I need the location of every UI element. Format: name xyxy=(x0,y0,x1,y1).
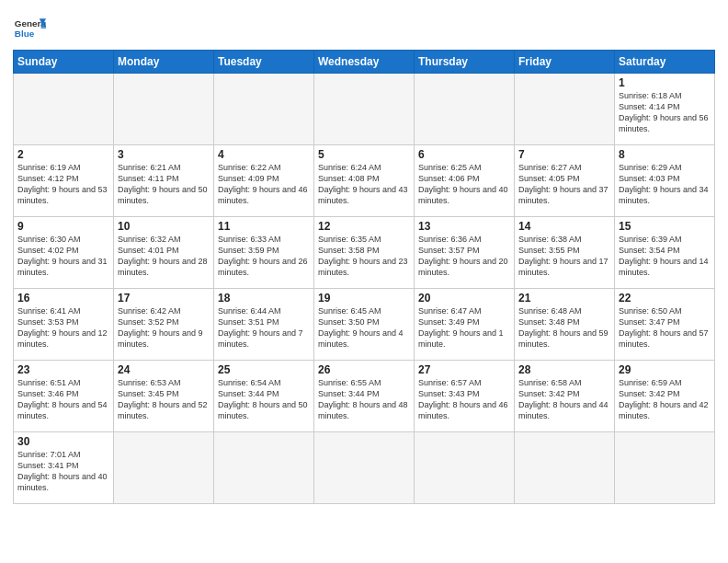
logo: General Blue xyxy=(13,15,46,44)
day-number: 2 xyxy=(17,148,109,161)
calendar-cell: 6Sunrise: 6:25 AM Sunset: 4:06 PM Daylig… xyxy=(415,145,515,217)
day-number: 30 xyxy=(17,435,109,448)
day-number: 8 xyxy=(619,148,711,161)
calendar-cell xyxy=(314,74,415,145)
calendar-cell xyxy=(415,74,515,145)
calendar-cell xyxy=(114,74,214,145)
weekday-header-saturday: Saturday xyxy=(615,51,715,74)
day-number: 16 xyxy=(17,292,109,304)
day-number: 21 xyxy=(518,292,610,304)
calendar-cell xyxy=(14,74,114,145)
weekday-header-row: SundayMondayTuesdayWednesdayThursdayFrid… xyxy=(14,51,715,74)
calendar-cell: 16Sunrise: 6:41 AM Sunset: 3:53 PM Dayli… xyxy=(14,289,114,361)
day-number: 18 xyxy=(218,292,310,304)
day-number: 23 xyxy=(17,363,109,376)
week-row-5: 23Sunrise: 6:51 AM Sunset: 3:46 PM Dayli… xyxy=(14,361,715,432)
day-number: 1 xyxy=(619,76,711,89)
day-number: 3 xyxy=(118,148,210,161)
calendar-cell: 18Sunrise: 6:44 AM Sunset: 3:51 PM Dayli… xyxy=(214,289,314,361)
weekday-header-friday: Friday xyxy=(515,51,615,74)
calendar-cell: 13Sunrise: 6:36 AM Sunset: 3:57 PM Dayli… xyxy=(415,217,515,289)
calendar-cell: 24Sunrise: 6:53 AM Sunset: 3:45 PM Dayli… xyxy=(114,361,214,432)
calendar-cell: 20Sunrise: 6:47 AM Sunset: 3:49 PM Dayli… xyxy=(415,289,515,361)
calendar-cell: 27Sunrise: 6:57 AM Sunset: 3:43 PM Dayli… xyxy=(415,361,515,432)
day-info: Sunrise: 6:48 AM Sunset: 3:48 PM Dayligh… xyxy=(518,305,610,350)
calendar-cell xyxy=(415,432,515,504)
day-info: Sunrise: 6:19 AM Sunset: 4:12 PM Dayligh… xyxy=(17,162,109,207)
weekday-header-monday: Monday xyxy=(114,51,214,74)
calendar: SundayMondayTuesdayWednesdayThursdayFrid… xyxy=(13,50,715,504)
day-info: Sunrise: 6:22 AM Sunset: 4:09 PM Dayligh… xyxy=(218,162,310,207)
calendar-cell xyxy=(615,432,715,504)
day-number: 17 xyxy=(118,292,210,304)
svg-text:Blue: Blue xyxy=(15,29,35,39)
calendar-cell xyxy=(114,432,214,504)
day-info: Sunrise: 6:35 AM Sunset: 3:58 PM Dayligh… xyxy=(318,234,410,279)
calendar-cell: 26Sunrise: 6:55 AM Sunset: 3:44 PM Dayli… xyxy=(314,361,415,432)
day-info: Sunrise: 6:24 AM Sunset: 4:08 PM Dayligh… xyxy=(318,162,410,207)
calendar-cell: 9Sunrise: 6:30 AM Sunset: 4:02 PM Daylig… xyxy=(14,217,114,289)
calendar-cell: 5Sunrise: 6:24 AM Sunset: 4:08 PM Daylig… xyxy=(314,145,415,217)
day-info: Sunrise: 6:59 AM Sunset: 3:42 PM Dayligh… xyxy=(619,377,711,422)
calendar-cell: 12Sunrise: 6:35 AM Sunset: 3:58 PM Dayli… xyxy=(314,217,415,289)
day-info: Sunrise: 6:32 AM Sunset: 4:01 PM Dayligh… xyxy=(118,234,210,279)
day-number: 13 xyxy=(418,220,510,233)
day-info: Sunrise: 6:47 AM Sunset: 3:49 PM Dayligh… xyxy=(418,305,510,350)
week-row-4: 16Sunrise: 6:41 AM Sunset: 3:53 PM Dayli… xyxy=(14,289,715,361)
calendar-cell: 15Sunrise: 6:39 AM Sunset: 3:54 PM Dayli… xyxy=(615,217,715,289)
calendar-cell: 11Sunrise: 6:33 AM Sunset: 3:59 PM Dayli… xyxy=(214,217,314,289)
day-info: Sunrise: 6:57 AM Sunset: 3:43 PM Dayligh… xyxy=(418,377,510,422)
day-info: Sunrise: 6:38 AM Sunset: 3:55 PM Dayligh… xyxy=(518,234,610,279)
day-info: Sunrise: 6:36 AM Sunset: 3:57 PM Dayligh… xyxy=(418,234,510,279)
calendar-cell: 3Sunrise: 6:21 AM Sunset: 4:11 PM Daylig… xyxy=(114,145,214,217)
day-number: 4 xyxy=(218,148,310,161)
day-number: 29 xyxy=(619,363,711,376)
calendar-cell: 7Sunrise: 6:27 AM Sunset: 4:05 PM Daylig… xyxy=(515,145,615,217)
calendar-cell: 30Sunrise: 7:01 AM Sunset: 3:41 PM Dayli… xyxy=(14,432,114,504)
day-number: 7 xyxy=(518,148,610,161)
day-info: Sunrise: 6:51 AM Sunset: 3:46 PM Dayligh… xyxy=(17,377,109,422)
day-number: 5 xyxy=(318,148,410,161)
weekday-header-wednesday: Wednesday xyxy=(314,51,415,74)
week-row-1: 1Sunrise: 6:18 AM Sunset: 4:14 PM Daylig… xyxy=(14,74,715,145)
day-info: Sunrise: 6:58 AM Sunset: 3:42 PM Dayligh… xyxy=(518,377,610,422)
week-row-3: 9Sunrise: 6:30 AM Sunset: 4:02 PM Daylig… xyxy=(14,217,715,289)
day-info: Sunrise: 6:42 AM Sunset: 3:52 PM Dayligh… xyxy=(118,305,210,350)
day-info: Sunrise: 6:55 AM Sunset: 3:44 PM Dayligh… xyxy=(318,377,410,422)
day-info: Sunrise: 6:33 AM Sunset: 3:59 PM Dayligh… xyxy=(218,234,310,279)
day-info: Sunrise: 6:50 AM Sunset: 3:47 PM Dayligh… xyxy=(619,305,711,350)
day-info: Sunrise: 6:30 AM Sunset: 4:02 PM Dayligh… xyxy=(17,234,109,279)
day-info: Sunrise: 6:44 AM Sunset: 3:51 PM Dayligh… xyxy=(218,305,310,350)
day-number: 24 xyxy=(118,363,210,376)
day-number: 19 xyxy=(318,292,410,304)
calendar-cell xyxy=(515,74,615,145)
weekday-header-tuesday: Tuesday xyxy=(214,51,314,74)
calendar-cell: 8Sunrise: 6:29 AM Sunset: 4:03 PM Daylig… xyxy=(615,145,715,217)
calendar-cell: 2Sunrise: 6:19 AM Sunset: 4:12 PM Daylig… xyxy=(14,145,114,217)
day-info: Sunrise: 6:54 AM Sunset: 3:44 PM Dayligh… xyxy=(218,377,310,422)
day-info: Sunrise: 6:39 AM Sunset: 3:54 PM Dayligh… xyxy=(619,234,711,279)
day-info: Sunrise: 6:53 AM Sunset: 3:45 PM Dayligh… xyxy=(118,377,210,422)
weekday-header-thursday: Thursday xyxy=(415,51,515,74)
svg-marker-3 xyxy=(41,22,46,29)
calendar-cell: 29Sunrise: 6:59 AM Sunset: 3:42 PM Dayli… xyxy=(615,361,715,432)
day-number: 14 xyxy=(518,220,610,233)
day-info: Sunrise: 7:01 AM Sunset: 3:41 PM Dayligh… xyxy=(17,449,109,494)
day-number: 22 xyxy=(619,292,711,304)
page: General Blue SundayMondayTuesdayWednesda… xyxy=(0,0,728,563)
calendar-cell: 19Sunrise: 6:45 AM Sunset: 3:50 PM Dayli… xyxy=(314,289,415,361)
calendar-cell: 4Sunrise: 6:22 AM Sunset: 4:09 PM Daylig… xyxy=(214,145,314,217)
calendar-cell: 17Sunrise: 6:42 AM Sunset: 3:52 PM Dayli… xyxy=(114,289,214,361)
weekday-header-sunday: Sunday xyxy=(14,51,114,74)
calendar-cell xyxy=(314,432,415,504)
week-row-6: 30Sunrise: 7:01 AM Sunset: 3:41 PM Dayli… xyxy=(14,432,715,504)
header: General Blue xyxy=(13,9,715,44)
calendar-cell: 1Sunrise: 6:18 AM Sunset: 4:14 PM Daylig… xyxy=(615,74,715,145)
day-number: 11 xyxy=(218,220,310,233)
calendar-cell: 28Sunrise: 6:58 AM Sunset: 3:42 PM Dayli… xyxy=(515,361,615,432)
day-number: 26 xyxy=(318,363,410,376)
day-info: Sunrise: 6:25 AM Sunset: 4:06 PM Dayligh… xyxy=(418,162,510,207)
week-row-2: 2Sunrise: 6:19 AM Sunset: 4:12 PM Daylig… xyxy=(14,145,715,217)
day-number: 9 xyxy=(17,220,109,233)
calendar-cell: 14Sunrise: 6:38 AM Sunset: 3:55 PM Dayli… xyxy=(515,217,615,289)
